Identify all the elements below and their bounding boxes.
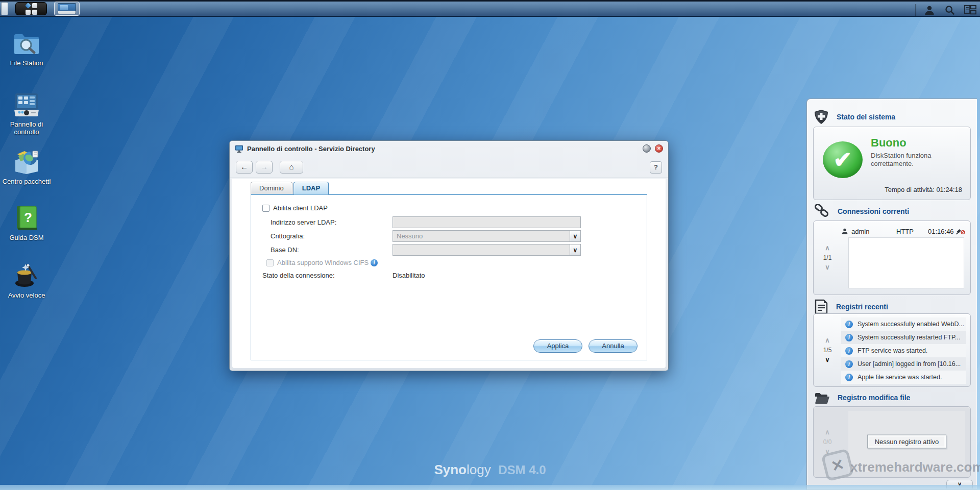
user-icon: [841, 228, 848, 235]
file-log-title: Registro modifica file: [838, 394, 910, 402]
brand-logo-rest: logy: [467, 462, 491, 477]
page-up-icon[interactable]: ∧: [825, 245, 830, 251]
dialog-title-icon: [235, 145, 243, 153]
file-log-page-indicator: 0/0: [823, 438, 832, 446]
desktop: File Station Pannello di controllo: [0, 0, 980, 490]
system-status-title: Stato del sistema: [837, 113, 895, 121]
logs-title: Registri recenti: [836, 303, 888, 311]
logs-page-indicator: 1/5: [823, 347, 832, 354]
info-icon: i: [845, 374, 853, 381]
svg-text:?: ?: [24, 210, 32, 225]
info-icon: i: [845, 347, 853, 355]
enable-ldap-checkbox[interactable]: [262, 205, 270, 212]
window-thumbnail-icon: [58, 3, 76, 14]
connection-status-label: Stato della connessione:: [262, 272, 335, 279]
system-status-panel: ✔ Buono DiskStation funziona correttamen…: [813, 127, 971, 200]
forward-button[interactable]: →: [256, 161, 273, 174]
wallpaper-bottom-band: [0, 485, 980, 490]
connection-protocol: HTTP: [896, 228, 928, 235]
log-text: FTP service was started.: [857, 347, 927, 354]
desktop-icon-label: Guida DSM: [1, 234, 52, 241]
cifs-label: Abilita supporto Windows CIFS: [277, 259, 369, 266]
cifs-checkbox[interactable]: [266, 259, 274, 266]
taskbar: [0, 0, 980, 17]
disconnect-icon[interactable]: [956, 228, 965, 235]
show-desktop-button[interactable]: [1, 2, 8, 15]
link-icon: [814, 204, 829, 218]
page-up-icon[interactable]: ∧: [825, 429, 830, 435]
info-icon[interactable]: i: [371, 259, 378, 266]
chevron-down-icon[interactable]: ∨: [570, 244, 580, 255]
status-ok-icon: ✔: [823, 141, 863, 178]
menu-square-icon: [32, 3, 37, 8]
log-row[interactable]: i User [admin] logged in from [10.16...: [841, 357, 966, 371]
back-button[interactable]: ←: [236, 161, 253, 174]
open-folder-icon: [814, 391, 829, 404]
taskbar-window-button-control-panel[interactable]: [54, 2, 80, 16]
control-panel-dialog: Pannello di controllo - Servizio Directo…: [229, 140, 669, 371]
log-row[interactable]: i System successfully restarted FTP...: [841, 331, 966, 344]
page-up-icon[interactable]: ∧: [825, 337, 830, 344]
package-center-icon: [13, 149, 40, 175]
log-list: i System successfully enabled WebD... i …: [841, 317, 966, 384]
desktop-icon-label: File Station: [1, 59, 52, 67]
connections-header: Connessioni correnti: [814, 204, 909, 218]
dialog-button-row: Applica Annulla: [533, 339, 638, 353]
connection-status-value: Disabilitato: [393, 272, 425, 279]
cifs-row: Abilita supporto Windows CIFS i: [266, 259, 378, 266]
desktop-icon-label: Pannello di controllo: [1, 120, 52, 136]
basedn-select[interactable]: ∨: [393, 244, 581, 256]
log-row[interactable]: i FTP service was started.: [841, 344, 966, 357]
desktop-icon-file-station[interactable]: File Station: [1, 31, 52, 67]
minimize-button[interactable]: [643, 144, 651, 153]
pilot-view-icon: [964, 5, 976, 16]
status-description: DiskStation funziona correttamente.: [871, 152, 958, 168]
info-icon: i: [845, 321, 853, 328]
log-row[interactable]: i System successfully enabled WebD...: [841, 317, 966, 331]
user-menu-button[interactable]: [923, 4, 936, 16]
control-panel-icon: [13, 92, 40, 117]
desktop-icon-package-center[interactable]: Centro pacchetti: [1, 149, 52, 185]
search-icon: [944, 5, 955, 16]
server-address-input[interactable]: [393, 216, 581, 228]
enable-ldap-row: Abilita client LDAP: [262, 204, 328, 212]
menu-square-icon: [32, 10, 37, 15]
connections-page-indicator: 1/1: [823, 254, 832, 261]
dialog-titlebar[interactable]: Pannello di controllo - Servizio Directo…: [230, 141, 668, 156]
dialog-body: Dominio LDAP Abilita client LDAP Indiriz…: [232, 179, 666, 368]
page-down-icon[interactable]: ∨: [825, 264, 830, 271]
apply-button[interactable]: Applica: [533, 339, 582, 353]
close-button[interactable]: ✕: [655, 144, 663, 153]
dialog-title: Pannello di controllo - Servizio Directo…: [247, 145, 375, 153]
info-icon: i: [845, 334, 853, 341]
encryption-select[interactable]: Nessuno ∨: [393, 230, 581, 242]
user-icon: [924, 5, 935, 16]
tab-bar: Dominio LDAP: [251, 182, 329, 194]
shield-icon: [814, 109, 828, 125]
menu-square-icon: [26, 10, 31, 15]
file-log-empty-message: Nessun registro attivo: [867, 435, 947, 449]
desktop-icon-control-panel[interactable]: Pannello di controllo: [1, 92, 52, 136]
log-row[interactable]: i Apple file service was started.: [841, 371, 966, 384]
watermark-text: xtremehardware.com: [850, 459, 980, 475]
help-button[interactable]: ?: [650, 161, 662, 174]
connections-title: Connessioni correnti: [838, 207, 909, 215]
log-text: System successfully enabled WebD...: [857, 321, 964, 328]
tab-ldap[interactable]: LDAP: [293, 182, 329, 194]
connections-panel: ∧ 1/1 ∨ admin HTTP 01:16:46: [813, 220, 971, 295]
chevron-down-icon[interactable]: ∨: [570, 231, 580, 241]
home-button[interactable]: ⌂: [280, 161, 303, 174]
desktop-icon-dsm-help[interactable]: ? Guida DSM: [1, 205, 52, 241]
cancel-button[interactable]: Annulla: [589, 339, 638, 353]
system-status-header: Stato del sistema: [814, 109, 895, 125]
system-health-widget: Stato del sistema ✔ Buono DiskStation fu…: [806, 99, 977, 490]
main-menu-icon: [26, 3, 37, 15]
brand-logo-bold: Syno: [434, 462, 467, 477]
main-menu-button[interactable]: [15, 2, 47, 15]
desktop-icon-quick-start[interactable]: Avvio veloce: [1, 263, 52, 299]
search-button[interactable]: [943, 4, 957, 16]
page-down-icon[interactable]: ∨: [825, 357, 830, 363]
desktop-icon-label: Centro pacchetti: [1, 178, 52, 185]
pilot-view-button[interactable]: [964, 4, 977, 16]
tab-dominio[interactable]: Dominio: [251, 182, 292, 194]
